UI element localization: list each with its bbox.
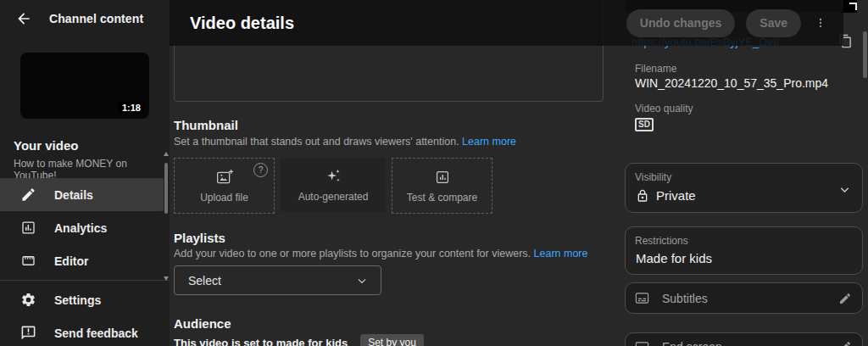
sidebar: Channel content 1:18 Your video How to m… <box>0 0 170 346</box>
restrictions-label: Restrictions <box>635 235 688 247</box>
pencil-icon <box>20 187 36 203</box>
scroll-up-arrow-icon[interactable] <box>164 152 169 156</box>
edit-pencil-icon[interactable] <box>838 292 852 305</box>
sidebar-nav: Details Analytics Editor <box>0 178 170 277</box>
sidebar-item-analytics[interactable]: Analytics <box>0 211 164 244</box>
subtitles-label: Subtitles <box>662 292 838 305</box>
sparkle-icon <box>324 168 342 185</box>
sidebar-item-label: Send feedback <box>54 326 138 340</box>
sidebar-nav-lower: Settings Send feedback <box>0 283 170 346</box>
upload-image-icon <box>215 169 234 186</box>
playlists-heading: Playlists <box>174 231 225 245</box>
playlists-description-text: Add your video to one or more playlists … <box>174 248 531 260</box>
feedback-icon <box>20 325 36 341</box>
player-corner-glyph <box>849 3 857 10</box>
youtube-studio-video-details: Channel content 1:18 Your video How to m… <box>0 0 868 346</box>
editor-icon <box>20 253 36 269</box>
sidebar-scrollbar[interactable] <box>164 150 169 282</box>
subtitles-card[interactable]: Subtitles <box>625 282 863 314</box>
sidebar-item-label: Editor <box>54 254 88 268</box>
subtitles-icon <box>634 291 650 305</box>
sidebar-item-label: Settings <box>54 293 101 307</box>
undo-changes-button[interactable]: Undo changes <box>626 9 735 37</box>
lock-icon <box>636 189 649 203</box>
sidebar-divider <box>0 280 170 281</box>
visibility-value: Private <box>656 188 696 203</box>
sidebar-item-label: Analytics <box>54 221 107 235</box>
auto-generated-label: Auto-generated <box>298 191 369 203</box>
audience-status-text: This video is set to made for kids <box>174 337 348 346</box>
playlists-learn-more-link[interactable]: Learn more <box>534 248 588 260</box>
sidebar-item-settings[interactable]: Settings <box>0 283 164 316</box>
gear-icon <box>20 292 36 308</box>
filename-label: Filename <box>635 63 676 75</box>
scroll-down-arrow-icon[interactable] <box>164 276 169 281</box>
visibility-label: Visibility <box>635 171 671 183</box>
thumbnail-description: Set a thumbnail that stands out and draw… <box>174 136 516 148</box>
audience-status-row: This video is set to made for kids Set b… <box>174 334 424 346</box>
restrictions-card: Restrictions Made for kids <box>625 226 863 275</box>
video-details-header: Video details Undo changes Save <box>170 0 843 46</box>
restrictions-value: Made for kids <box>636 251 712 265</box>
sidebar-item-send-feedback[interactable]: Send feedback <box>0 316 164 346</box>
thumbnail-description-text: Set a thumbnail that stands out and draw… <box>174 136 459 148</box>
back-arrow-icon[interactable] <box>15 10 32 27</box>
end-screen-label: End screen <box>662 340 838 346</box>
analytics-icon <box>20 220 36 236</box>
back-label: Channel content <box>49 12 143 25</box>
compare-chart-icon <box>434 169 451 186</box>
playlists-select-value: Select <box>188 274 221 287</box>
chevron-down-icon <box>355 274 369 287</box>
thumbnail-learn-more-link[interactable]: Learn more <box>462 136 516 148</box>
end-screen-icon <box>634 340 650 346</box>
kebab-menu-icon[interactable] <box>811 12 830 34</box>
page-title: Video details <box>190 14 626 33</box>
page-scrollbar-thumb[interactable] <box>863 31 867 78</box>
chevron-down-icon[interactable] <box>837 182 852 197</box>
upload-file-label: Upload file <box>200 192 248 204</box>
edit-pencil-icon[interactable] <box>838 340 852 346</box>
sd-quality-badge: SD <box>635 118 654 131</box>
thumbnail-heading: Thumbnail <box>174 118 238 132</box>
playlists-description: Add your video to one or more playlists … <box>174 248 587 260</box>
back-row[interactable]: Channel content <box>15 10 143 27</box>
test-compare-card[interactable]: Test & compare <box>392 158 492 214</box>
save-button[interactable]: Save <box>746 9 801 37</box>
sidebar-item-editor[interactable]: Editor <box>0 244 164 277</box>
video-duration-badge: 1:18 <box>119 102 144 114</box>
upload-file-card[interactable]: ? Upload file <box>174 158 275 214</box>
scrollbar-thumb[interactable] <box>164 163 168 214</box>
your-video-heading: Your video <box>14 138 78 153</box>
end-screen-card[interactable]: End screen <box>625 332 863 346</box>
sidebar-item-label: Details <box>54 188 93 202</box>
visibility-card[interactable]: Visibility Private <box>625 163 863 213</box>
video-thumbnail-preview[interactable]: 1:18 <box>20 53 149 119</box>
thumbnail-options: ? Upload file Auto-generated Test & comp… <box>174 158 492 214</box>
filename-value: WIN_20241220_10_57_35_Pro.mp4 <box>635 76 828 90</box>
video-quality-label: Video quality <box>635 103 693 114</box>
test-compare-label: Test & compare <box>407 192 477 204</box>
sidebar-item-details[interactable]: Details <box>0 178 164 211</box>
set-by-you-badge: Set by you <box>360 334 424 346</box>
playlists-select-dropdown[interactable]: Select <box>174 265 381 295</box>
auto-generated-card[interactable]: Auto-generated <box>281 158 386 212</box>
audience-heading: Audience <box>174 316 231 331</box>
help-icon[interactable]: ? <box>253 163 268 177</box>
